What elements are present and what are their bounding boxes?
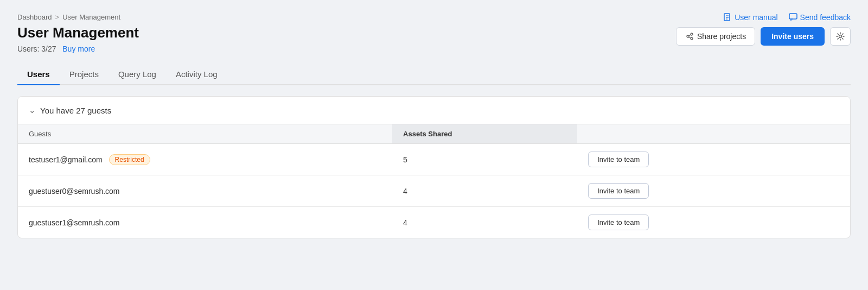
tab-activity-log[interactable]: Activity Log <box>166 64 227 85</box>
svg-line-9 <box>689 37 691 38</box>
guest-email: guestuser0@semrush.com <box>29 187 120 196</box>
invite-action-cell: Invite to team <box>577 144 793 175</box>
svg-rect-4 <box>789 14 797 19</box>
col-extra-header <box>793 124 850 144</box>
svg-line-8 <box>689 35 691 36</box>
buy-more-link[interactable]: Buy more <box>62 45 95 53</box>
guests-table: Guests Assets Shared testuser1@gmail.com… <box>18 124 850 238</box>
breadcrumb-separator: > <box>55 13 60 21</box>
assets-shared-cell: 5 <box>392 144 577 175</box>
breadcrumb-current: User Management <box>62 13 120 21</box>
table-row: guestuser1@semrush.com4Invite to team <box>18 207 850 238</box>
col-assets-header: Assets Shared <box>392 124 577 144</box>
invite-users-button[interactable]: Invite users <box>761 27 825 46</box>
send-feedback-link[interactable]: Send feedback <box>789 13 851 22</box>
top-links: User manual Send feedback <box>723 13 851 22</box>
tab-query-log[interactable]: Query Log <box>108 64 166 85</box>
guest-email-cell: guestuser0@semrush.com <box>18 175 392 207</box>
guests-count-label: You have 27 guests <box>40 106 111 115</box>
users-count-label: Users: 3/27 <box>17 45 56 53</box>
breadcrumb: Dashboard > User Management <box>17 13 139 21</box>
share-projects-button[interactable]: Share projects <box>676 27 755 46</box>
breadcrumb-home[interactable]: Dashboard <box>17 13 52 21</box>
extra-cell <box>793 175 850 207</box>
gear-icon <box>836 32 845 41</box>
guest-email-cell: guestuser1@semrush.com <box>18 207 392 238</box>
send-feedback-label: Send feedback <box>800 13 851 22</box>
table-row: guestuser0@semrush.com4Invite to team <box>18 175 850 207</box>
share-icon <box>685 32 694 41</box>
page-container: Dashboard > User Management User Managem… <box>0 0 868 290</box>
table-row: testuser1@gmail.comRestricted5Invite to … <box>18 144 850 175</box>
tab-users[interactable]: Users <box>17 64 60 85</box>
page-title: User Management <box>17 24 139 41</box>
invite-action-cell: Invite to team <box>577 207 793 238</box>
col-guests-header: Guests <box>18 124 392 144</box>
user-manual-label: User manual <box>735 13 777 22</box>
left-section: Dashboard > User Management User Managem… <box>17 13 139 53</box>
right-section: User manual Send feedback <box>676 13 851 46</box>
svg-point-7 <box>691 37 693 40</box>
chat-icon <box>789 13 797 22</box>
col-action-header <box>577 124 793 144</box>
users-count: Users: 3/27 Buy more <box>17 45 139 53</box>
guest-email: testuser1@gmail.com <box>29 155 103 164</box>
main-content: ⌄ You have 27 guests Guests Assets Share… <box>17 96 851 238</box>
extra-cell <box>793 207 850 238</box>
assets-shared-cell: 4 <box>392 207 577 238</box>
book-icon <box>723 13 732 22</box>
svg-point-6 <box>691 33 693 35</box>
share-projects-label: Share projects <box>697 32 746 41</box>
invite-action-cell: Invite to team <box>577 175 793 207</box>
guests-header: ⌄ You have 27 guests <box>18 97 850 124</box>
chevron-down-icon[interactable]: ⌄ <box>29 105 36 115</box>
svg-point-5 <box>687 35 689 37</box>
svg-point-10 <box>839 35 842 38</box>
user-manual-link[interactable]: User manual <box>723 13 777 22</box>
extra-cell <box>793 144 850 175</box>
top-bar: Dashboard > User Management User Managem… <box>17 13 851 53</box>
restricted-badge: Restricted <box>109 154 150 165</box>
settings-button[interactable] <box>830 27 851 46</box>
action-buttons: Share projects Invite users <box>676 27 851 46</box>
invite-to-team-button[interactable]: Invite to team <box>588 215 649 230</box>
assets-shared-cell: 4 <box>392 175 577 207</box>
tabs: Users Projects Query Log Activity Log <box>17 64 851 85</box>
guest-email-cell: testuser1@gmail.comRestricted <box>18 144 392 175</box>
invite-to-team-button[interactable]: Invite to team <box>588 183 649 199</box>
guest-email: guestuser1@semrush.com <box>29 218 120 227</box>
invite-to-team-button[interactable]: Invite to team <box>588 152 649 167</box>
tab-projects[interactable]: Projects <box>60 64 108 85</box>
